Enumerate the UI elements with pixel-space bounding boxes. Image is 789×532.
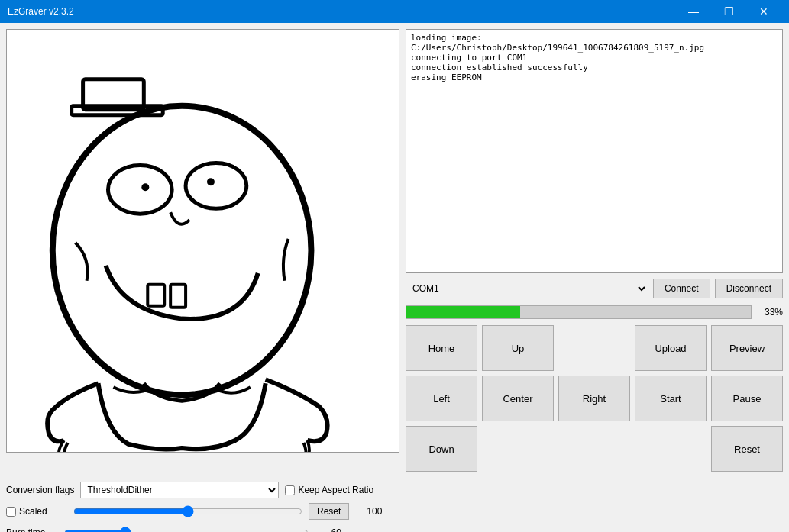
start-button[interactable]: Start — [635, 376, 707, 421]
burn-time-slider[interactable] — [64, 527, 309, 532]
reset-button[interactable]: Reset — [711, 426, 783, 472]
window-title: EzGraver v2.3.2 — [8, 6, 676, 17]
minimize-button[interactable]: — — [676, 0, 711, 23]
window-controls: — ❐ ✕ — [676, 0, 781, 23]
scaled-value: 100 — [355, 506, 382, 517]
burn-time-value: 60 — [315, 527, 341, 532]
com-port-select[interactable]: COM1 — [406, 279, 648, 298]
log-output: loading image: C:/Users/Christoph/Deskto… — [406, 29, 783, 273]
center-button[interactable]: Center — [482, 376, 554, 421]
svg-point-5 — [186, 163, 247, 208]
right-panel: loading image: C:/Users/Christoph/Deskto… — [406, 29, 783, 472]
keep-aspect-label[interactable]: Keep Aspect Ratio — [285, 485, 373, 495]
titlebar: EzGraver v2.3.2 — ❐ ✕ — [0, 0, 789, 23]
scaled-checkbox[interactable] — [6, 507, 16, 517]
conversion-label: Conversion flags — [6, 485, 74, 495]
main-window: loading image: C:/Users/Christoph/Deskto… — [0, 23, 789, 532]
right-button[interactable]: Right — [558, 376, 630, 421]
progress-label: 33% — [756, 307, 783, 318]
svg-rect-7 — [147, 285, 164, 306]
svg-point-4 — [141, 183, 149, 191]
preview-button[interactable]: Preview — [711, 325, 783, 371]
conversion-row: Conversion flags ThresholdDither Thresho… — [6, 481, 783, 499]
scaled-row: Scaled Reset 100 — [6, 502, 783, 521]
svg-point-2 — [53, 106, 312, 395]
maximize-button[interactable]: ❐ — [711, 0, 746, 23]
burn-time-row: Burn time 60 — [6, 524, 783, 532]
down-button[interactable]: Down — [406, 426, 477, 472]
svg-point-6 — [207, 178, 215, 185]
progress-row: 33% — [406, 304, 783, 321]
keep-aspect-text: Keep Aspect Ratio — [298, 485, 373, 495]
progress-bar-container — [406, 305, 752, 319]
controls-grid: Home Up Upload Preview Left Center Right… — [406, 325, 783, 472]
log-line-3: connection established successfully — [411, 63, 778, 73]
svg-rect-8 — [170, 285, 186, 308]
up-button[interactable]: Up — [482, 325, 554, 371]
close-button[interactable]: ✕ — [746, 0, 781, 23]
progress-bar-fill — [406, 306, 520, 318]
scaled-slider[interactable] — [73, 505, 302, 517]
log-line-1: loading image: C:/Users/Christoph/Deskto… — [411, 33, 778, 53]
bottom-bar: Conversion flags ThresholdDither Thresho… — [0, 478, 789, 532]
left-button[interactable]: Left — [406, 376, 477, 421]
scaled-text: Scaled — [19, 506, 47, 517]
home-button[interactable]: Home — [406, 325, 477, 371]
scaled-label[interactable]: Scaled — [6, 506, 67, 517]
image-canvas-panel — [6, 29, 399, 453]
log-line-4: erasing EEPROM — [411, 73, 778, 82]
conversion-select[interactable]: ThresholdDither Threshold Dither Graysca… — [80, 482, 279, 498]
drawing-canvas — [7, 30, 399, 452]
log-line-2: connecting to port COM1 — [411, 53, 778, 63]
upload-button[interactable]: Upload — [635, 325, 707, 371]
disconnect-button[interactable]: Disconnect — [715, 279, 783, 298]
com-port-row: COM1 Connect Disconnect — [406, 278, 783, 299]
burn-time-label: Burn time — [6, 527, 58, 532]
scaled-reset-button[interactable]: Reset — [309, 503, 349, 520]
svg-point-3 — [108, 165, 172, 214]
keep-aspect-checkbox[interactable] — [285, 485, 295, 495]
pause-button[interactable]: Pause — [711, 376, 783, 421]
connect-button[interactable]: Connect — [653, 279, 710, 298]
content-area: loading image: C:/Users/Christoph/Deskto… — [0, 23, 789, 478]
